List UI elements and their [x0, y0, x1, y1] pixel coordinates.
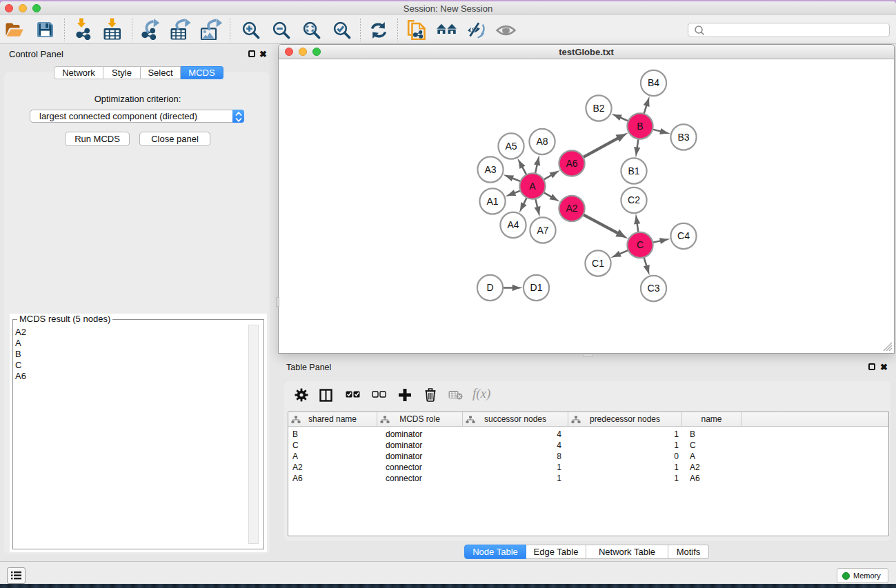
- svg-text:A8: A8: [536, 136, 548, 147]
- svg-text:C4: C4: [677, 230, 690, 241]
- svg-text:B2: B2: [593, 103, 604, 114]
- svg-text:A1: A1: [486, 196, 498, 207]
- svg-text:A5: A5: [505, 141, 517, 152]
- svg-text:B4: B4: [648, 77, 659, 88]
- svg-text:A7: A7: [537, 225, 548, 236]
- svg-text:C1: C1: [592, 258, 604, 269]
- svg-text:A: A: [529, 181, 536, 192]
- svg-text:B: B: [637, 121, 643, 132]
- svg-text:A6: A6: [566, 158, 577, 169]
- svg-text:A4: A4: [507, 219, 519, 230]
- svg-text:D1: D1: [530, 282, 543, 293]
- svg-text:C2: C2: [628, 194, 640, 205]
- svg-text:B1: B1: [628, 165, 639, 176]
- svg-text:B3: B3: [677, 132, 689, 143]
- svg-text:C3: C3: [648, 283, 660, 294]
- svg-text:A3: A3: [484, 164, 496, 175]
- svg-text:C: C: [637, 239, 644, 250]
- svg-text:D: D: [486, 282, 493, 293]
- svg-text:A2: A2: [566, 203, 577, 214]
